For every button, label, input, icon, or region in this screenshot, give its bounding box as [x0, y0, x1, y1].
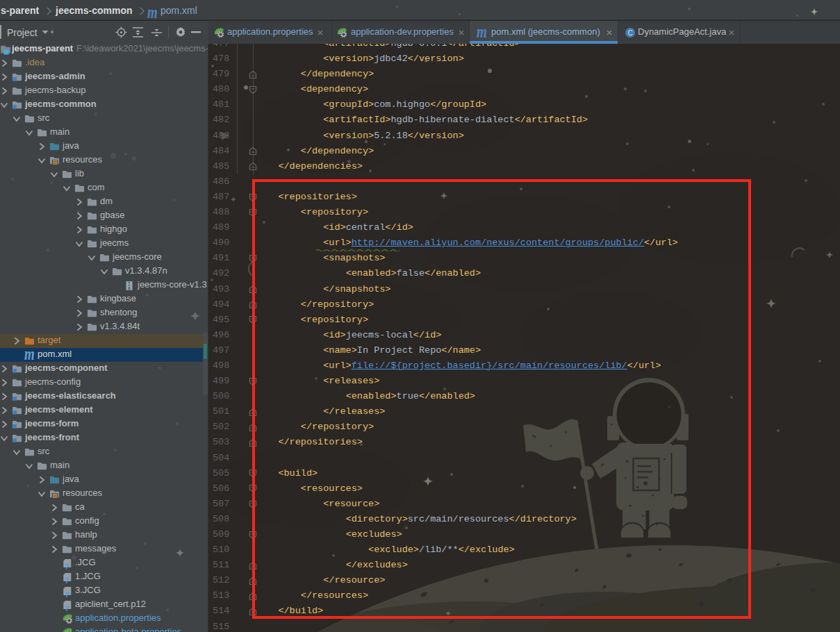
svg-text:?: ? [65, 576, 69, 583]
svg-text:?: ? [65, 590, 69, 597]
svg-text:?: ? [65, 604, 69, 611]
svg-text:?: ? [65, 563, 69, 569]
svg-text:C: C [628, 29, 633, 37]
